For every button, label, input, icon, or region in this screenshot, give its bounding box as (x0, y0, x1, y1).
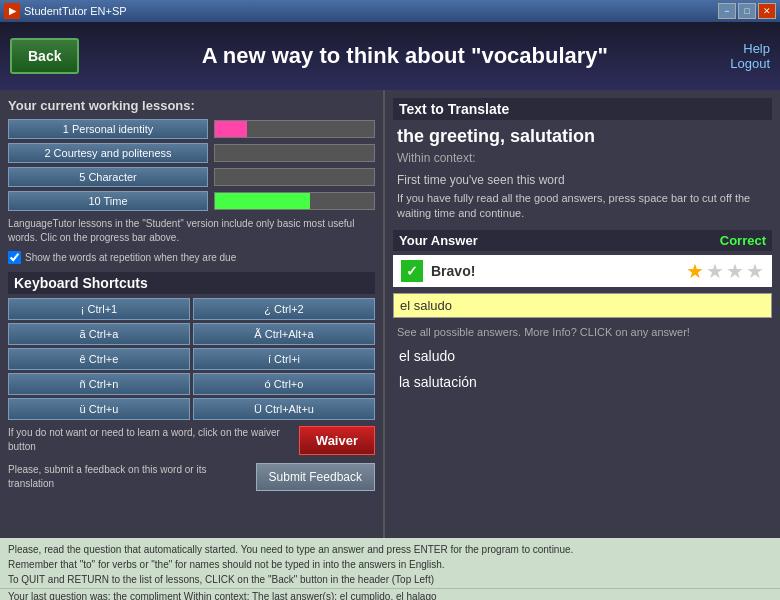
instruction-text: If you have fully read all the good answ… (393, 191, 772, 222)
minimize-button[interactable]: − (718, 3, 736, 19)
shortcut-btn-o[interactable]: ó Ctrl+o (193, 373, 375, 395)
header-links: Help Logout (730, 41, 770, 71)
lesson-btn-3[interactable]: 5 Character (8, 167, 208, 187)
your-answer-label: Your Answer (399, 233, 720, 248)
progress-bar-4[interactable] (214, 192, 375, 210)
feedback-section: Please, submit a feedback on this word o… (8, 463, 375, 491)
right-panel: Text to Translate the greeting, salutati… (385, 90, 780, 538)
progress-bar-3[interactable] (214, 168, 375, 186)
header-title: A new way to think about "vocabulary" (79, 43, 730, 69)
last-question-bar: Your last question was: the compliment W… (0, 588, 780, 600)
shortcut-btn-e[interactable]: ê Ctrl+e (8, 348, 190, 370)
progress-fill-1 (215, 121, 247, 137)
lesson-row-4: 10 Time (8, 191, 375, 211)
answer-input[interactable] (393, 293, 772, 318)
back-button[interactable]: Back (10, 38, 79, 74)
checkbox-row: Show the words at repetition when they a… (8, 251, 375, 264)
lesson-btn-4[interactable]: 10 Time (8, 191, 208, 211)
first-time-text: First time you've seen this word (393, 173, 772, 187)
maximize-button[interactable]: □ (738, 3, 756, 19)
feedback-info: Please, submit a feedback on this word o… (8, 463, 248, 491)
last-question-text: Your last question was: the compliment W… (8, 591, 437, 600)
progress-fill-4 (215, 193, 310, 209)
waiver-section: If you do not want or need to learn a wo… (8, 426, 375, 455)
shortcut-btn-i[interactable]: í Ctrl+i (193, 348, 375, 370)
star-2: ★ (706, 259, 724, 283)
possible-answer-2[interactable]: la salutación (393, 370, 772, 394)
lesson-row-3: 5 Character (8, 167, 375, 187)
waiver-button[interactable]: Waiver (299, 426, 375, 455)
working-lessons-title: Your current working lessons: (8, 98, 375, 113)
translate-word: the greeting, salutation (393, 126, 772, 147)
star-1: ★ (686, 259, 704, 283)
star-3: ★ (726, 259, 744, 283)
app-name: StudentTutor EN+SP (24, 5, 718, 17)
shortcut-grid: ¡ Ctrl+1 ¿ Ctrl+2 ã Ctrl+a Ã Ctrl+Alt+a … (8, 298, 375, 420)
help-link[interactable]: Help (743, 41, 770, 56)
window-controls: − □ ✕ (718, 3, 776, 19)
within-context: Within context: (393, 151, 772, 165)
shortcuts-title: Keyboard Shortcuts (8, 272, 375, 294)
show-words-checkbox[interactable] (8, 251, 21, 264)
logout-link[interactable]: Logout (730, 56, 770, 71)
info-line-1: Please, read the question that automatic… (8, 542, 772, 557)
main-container: Your current working lessons: 1 Personal… (0, 90, 780, 538)
shortcut-btn-a-upper[interactable]: Ã Ctrl+Alt+a (193, 323, 375, 345)
info-bar: Please, read the question that automatic… (0, 538, 780, 588)
text-to-translate-header: Text to Translate (393, 98, 772, 120)
title-bar: ▶ StudentTutor EN+SP − □ ✕ (0, 0, 780, 22)
lesson-row-1: 1 Personal identity (8, 119, 375, 139)
shortcut-btn-n[interactable]: ñ Ctrl+n (8, 373, 190, 395)
bravo-text: Bravo! (431, 263, 686, 279)
shortcut-btn-a-lower[interactable]: ã Ctrl+a (8, 323, 190, 345)
header: Back A new way to think about "vocabular… (0, 22, 780, 90)
check-icon: ✓ (401, 260, 423, 282)
bravo-row: ✓ Bravo! ★ ★ ★ ★ (393, 255, 772, 287)
shortcut-btn-question[interactable]: ¿ Ctrl+2 (193, 298, 375, 320)
shortcut-btn-excl[interactable]: ¡ Ctrl+1 (8, 298, 190, 320)
lesson-btn-1[interactable]: 1 Personal identity (8, 119, 208, 139)
shortcut-btn-u-upper[interactable]: Ü Ctrl+Alt+u (193, 398, 375, 420)
waiver-info: If you do not want or need to learn a wo… (8, 426, 291, 455)
info-line-3: To QUIT and RETURN to the list of lesson… (8, 572, 772, 587)
info-line-2: Remember that "to" for verbs or "the" fo… (8, 557, 772, 572)
app-icon: ▶ (4, 3, 20, 19)
stars: ★ ★ ★ ★ (686, 259, 764, 283)
feedback-button[interactable]: Submit Feedback (256, 463, 375, 491)
correct-label: Correct (720, 233, 766, 248)
possible-answer-1[interactable]: el saludo (393, 344, 772, 368)
your-answer-header: Your Answer Correct (393, 230, 772, 251)
lessons-info: LanguageTutor lessons in the "Student" v… (8, 217, 375, 245)
progress-bar-2[interactable] (214, 144, 375, 162)
progress-bar-1[interactable] (214, 120, 375, 138)
lesson-btn-2[interactable]: 2 Courtesy and politeness (8, 143, 208, 163)
see-answers-text: See all possible answers. More Info? CLI… (393, 326, 772, 338)
checkbox-label: Show the words at repetition when they a… (25, 252, 236, 263)
left-panel: Your current working lessons: 1 Personal… (0, 90, 385, 538)
shortcut-btn-u-lower[interactable]: ü Ctrl+u (8, 398, 190, 420)
close-button[interactable]: ✕ (758, 3, 776, 19)
star-4: ★ (746, 259, 764, 283)
lesson-row-2: 2 Courtesy and politeness (8, 143, 375, 163)
